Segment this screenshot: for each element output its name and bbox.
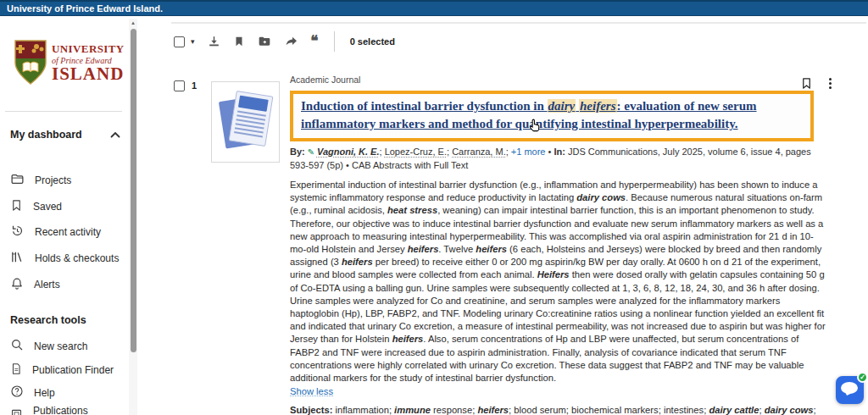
text-segment: • — [546, 147, 554, 157]
text-segment: Subjects: — [290, 405, 335, 415]
mouse-hand-cursor — [529, 119, 541, 136]
scrollbar-thumb[interactable] — [131, 29, 136, 352]
sidebar-item-label: Publication Finder — [32, 364, 114, 376]
chevron-up-icon[interactable] — [110, 129, 120, 141]
sidebar-item-label: Saved — [33, 201, 62, 213]
text-segment: heifers — [476, 244, 507, 254]
text-segment: By: — [290, 147, 308, 157]
subject-link[interactable]: dairy cattle — [709, 405, 759, 415]
sidebar-item-new-search[interactable]: New search — [10, 335, 127, 358]
upei-shield-icon — [14, 39, 47, 90]
subject-link[interactable]: biochemical markers — [571, 405, 659, 415]
subject-link[interactable]: heifers — [477, 405, 509, 415]
cite-button[interactable]: ❝ — [311, 36, 319, 47]
authority-icon — [10, 408, 23, 415]
upei-logo[interactable]: UNIVERSITY of Prince Edward ISLAND — [14, 39, 125, 90]
subject-link[interactable]: immune — [394, 405, 431, 415]
sidebar-divider — [5, 111, 122, 112]
sidebar-item-saved[interactable]: Saved — [10, 195, 127, 219]
text-segment: . Twelve — [438, 244, 476, 254]
sidebar-scrollbar[interactable]: ▴ — [129, 19, 137, 415]
toolbar-divider — [334, 31, 335, 52]
text-segment: Heifers — [537, 269, 570, 279]
research-tools-header: Research tools — [10, 314, 86, 326]
search-icon — [10, 338, 24, 355]
publication-icon — [10, 362, 22, 379]
download-button[interactable] — [207, 35, 221, 49]
my-dashboard-label: My dashboard — [10, 129, 82, 141]
text-segment: heifers — [408, 244, 439, 254]
author-edit-icon: ✎ — [308, 147, 317, 157]
result-subjects: Subjects: inflammation; immune response;… — [290, 404, 832, 415]
share-button[interactable] — [284, 35, 299, 48]
logo-line3: ISLAND — [52, 65, 125, 82]
text-segment: heifers — [342, 257, 373, 267]
text-segment: dairy — [548, 99, 576, 113]
text-segment: heifers — [579, 99, 617, 113]
sidebar-item-recent-activity[interactable]: Recent activity — [10, 220, 127, 244]
text-segment: heifers — [392, 334, 424, 344]
chat-bubble-tail — [843, 391, 851, 400]
author-link[interactable]: Carranza, M. — [452, 147, 506, 157]
sidebar: UNIVERSITY of Prince Edward ISLAND My da… — [0, 16, 138, 415]
my-dashboard-header[interactable]: My dashboard — [10, 129, 120, 141]
chat-widget-button[interactable]: ✓ — [836, 376, 864, 404]
library-icon — [10, 250, 25, 268]
folder-icon — [10, 172, 25, 190]
select-caret-icon[interactable]: ▾ — [191, 37, 195, 46]
sidebar-item-label: Help — [34, 387, 55, 399]
result-byline: By: ✎ Vagnoni, K. E.; Lopez-Cruz, E.; Ca… — [290, 146, 831, 171]
text-segment: dairy cows — [576, 192, 626, 202]
text-segment: heat stress — [387, 205, 437, 215]
bell-icon — [10, 276, 24, 294]
results-toolbar: ▾ ❝ 0 selected — [174, 32, 395, 51]
author-link[interactable]: Lopez-Cruz, E. — [385, 147, 447, 157]
text-segment: ; — [814, 405, 816, 415]
selected-count: 0 selected — [350, 36, 395, 47]
sidebar-item-help[interactable]: Help — [10, 381, 127, 405]
save-bookmark-button[interactable] — [233, 35, 245, 48]
text-segment: In: — [554, 147, 568, 157]
sidebar-item-label: Publications authority — [33, 405, 127, 415]
logo-line1: UNIVERSITY — [52, 42, 125, 56]
upei-logo-text: UNIVERSITY of Prince Edward ISLAND — [52, 39, 125, 82]
sidebar-item-holds-checkouts[interactable]: Holds & checkouts — [10, 246, 127, 270]
result-abstract: Experimental induction of intestinal bar… — [290, 179, 827, 385]
results-top-divider — [171, 22, 866, 24]
institution-title: University of Prince Edward Island. — [0, 2, 868, 15]
sidebar-item-alerts[interactable]: Alerts — [10, 273, 127, 296]
result-number: 1 — [192, 80, 197, 91]
scrollbar-up-arrow[interactable]: ▴ — [129, 19, 137, 27]
sidebar-item-publications-authority[interactable]: Publications authority — [10, 405, 127, 415]
help-icon — [10, 385, 24, 401]
history-icon — [10, 224, 25, 241]
result-item: Academic Journal Induction of intestinal… — [290, 75, 836, 415]
sidebar-item-label: Alerts — [34, 279, 60, 290]
result-checkbox[interactable] — [174, 80, 185, 91]
result-type-label: Academic Journal — [290, 75, 836, 85]
subject-link[interactable]: response — [431, 405, 472, 415]
thumbnail-paper-front — [229, 91, 274, 147]
select-all-checkbox[interactable] — [174, 36, 185, 47]
subject-link[interactable]: inflammation — [335, 405, 388, 415]
add-to-project-button[interactable] — [257, 35, 272, 48]
sidebar-item-label: Holds & checkouts — [35, 252, 119, 264]
author-link[interactable]: Vagnoni, K. E. — [317, 147, 380, 157]
more-authors-link[interactable]: +1 more — [511, 147, 546, 157]
result-thumbnail[interactable] — [211, 81, 280, 163]
subject-link[interactable]: intestines — [664, 405, 704, 415]
sidebar-item-label: Projects — [35, 174, 71, 186]
show-less-link[interactable]: Show less — [290, 386, 333, 396]
subject-link[interactable]: blood serum — [514, 405, 566, 415]
sidebar-item-projects[interactable]: Projects — [10, 169, 127, 192]
chat-online-badge: ✓ — [857, 372, 868, 383]
text-segment: Induction of intestinal barrier dysfunct… — [301, 99, 548, 113]
title-highlight-box: Induction of intestinal barrier dysfunct… — [290, 91, 814, 141]
sidebar-item-label: New search — [34, 340, 87, 352]
subject-link[interactable]: dairy cows — [765, 405, 814, 415]
sidebar-item-label: Recent activity — [35, 226, 101, 238]
bookmark-icon — [10, 198, 23, 216]
sidebar-item-publication-finder[interactable]: Publication Finder — [10, 358, 127, 382]
app-header: University of Prince Edward Island. — [0, 0, 868, 16]
